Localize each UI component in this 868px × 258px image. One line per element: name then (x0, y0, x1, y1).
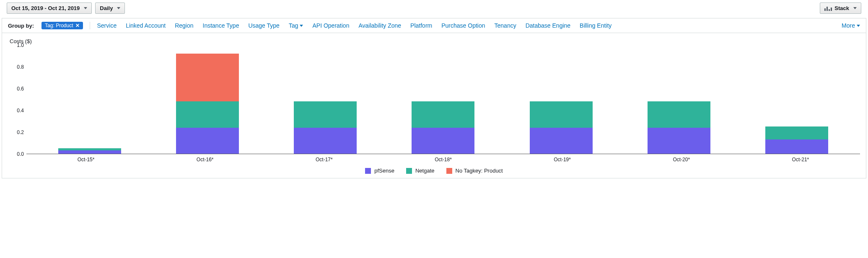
granularity-selector[interactable]: Daily (95, 3, 125, 14)
top-toolbar: Oct 15, 2019 - Oct 21, 2019 Daily Stack (2, 2, 866, 18)
dimension-label: Availability Zone (358, 22, 401, 29)
y-tick: 0.6 (17, 86, 24, 92)
bars-layer (26, 45, 860, 154)
caret-down-icon (117, 7, 120, 9)
dimension-label: Tag (289, 22, 298, 29)
stacked-bar[interactable] (530, 101, 593, 154)
plot-area (26, 45, 860, 154)
bar-segment-pfsense (412, 128, 474, 154)
x-tick: Oct-20* (622, 154, 741, 163)
dimension-platform[interactable]: Platform (410, 22, 432, 29)
x-tick: Oct-18* (383, 154, 503, 163)
bar-segment-netgate (765, 126, 828, 139)
bar-slot (384, 45, 502, 154)
x-tick: Oct-16* (145, 154, 264, 163)
bar-slot (620, 45, 738, 154)
dimension-linked-account[interactable]: Linked Account (126, 22, 166, 29)
dimension-service[interactable]: Service (97, 22, 117, 29)
bar-segment-pfsense (294, 128, 357, 154)
y-tick: 0.8 (17, 64, 24, 70)
group-by-bar: Group by: Tag: Product ✕ ServiceLinked A… (2, 18, 866, 33)
dimension-region[interactable]: Region (175, 22, 193, 29)
dimension-usage-type[interactable]: Usage Type (248, 22, 279, 29)
dimensions-list: ServiceLinked AccountRegionInstance Type… (97, 22, 611, 29)
legend-item-netgate[interactable]: Netgate (406, 168, 435, 174)
dimension-label: Usage Type (248, 22, 279, 29)
legend-swatch (446, 168, 452, 174)
x-tick: Oct-17* (264, 154, 383, 163)
dimension-purchase-option[interactable]: Purchase Option (441, 22, 485, 29)
dimension-availability-zone[interactable]: Availability Zone (358, 22, 401, 29)
dimension-label: Linked Account (126, 22, 166, 29)
dimension-label: Platform (410, 22, 432, 29)
bar-slot (148, 45, 266, 154)
dimension-label: Tenancy (495, 22, 516, 29)
dimension-label: Database Engine (526, 22, 570, 29)
caret-down-icon (84, 7, 87, 9)
stacked-bar[interactable] (412, 101, 474, 154)
legend-swatch (365, 168, 371, 174)
dimension-label: Instance Type (203, 22, 239, 29)
more-label: More (842, 22, 855, 29)
legend-item-pfsense[interactable]: pfSense (365, 168, 394, 174)
legend-label: Netgate (415, 168, 435, 174)
dimension-tag[interactable]: Tag (289, 22, 303, 29)
granularity-label: Daily (100, 5, 113, 11)
dimension-instance-type[interactable]: Instance Type (203, 22, 239, 29)
y-tick: 0.2 (17, 129, 24, 135)
date-range-label: Oct 15, 2019 - Oct 21, 2019 (11, 5, 80, 11)
bar-segment-netgate (648, 101, 710, 127)
x-tick: Oct-21* (741, 154, 860, 163)
bar-slot (502, 45, 620, 154)
remove-chip-icon[interactable]: ✕ (75, 23, 80, 28)
legend-swatch (406, 168, 412, 174)
dimension-label: Region (175, 22, 193, 29)
y-tick: 1.0 (17, 42, 24, 48)
bar-segment-netgate (294, 101, 357, 127)
y-axis-title: Costs ($) (10, 38, 860, 44)
y-axis: 0.00.20.40.60.81.0 (8, 45, 26, 154)
bar-segment-pfsense (648, 128, 710, 154)
dimension-label: Billing Entity (580, 22, 611, 29)
y-tick: 0.0 (17, 151, 24, 157)
stacked-bar[interactable] (294, 101, 357, 154)
x-tick: Oct-15* (26, 154, 145, 163)
stacked-bar[interactable] (58, 148, 121, 154)
date-range-selector[interactable]: Oct 15, 2019 - Oct 21, 2019 (7, 3, 92, 14)
legend: pfSenseNetgateNo Tagkey: Product (8, 168, 860, 174)
caret-down-icon (300, 25, 303, 27)
stacked-bar-icon (824, 6, 832, 11)
active-groupby-chip[interactable]: Tag: Product ✕ (41, 22, 83, 29)
bar-segment-pfsense (765, 139, 828, 154)
bar-slot (738, 45, 856, 154)
bar-segment-no-tagkey-product (176, 54, 239, 101)
dimension-api-operation[interactable]: API Operation (312, 22, 349, 29)
caret-down-icon (857, 25, 860, 27)
chart-panel: Costs ($) 0.00.20.40.60.81.0 Oct-15*Oct-… (2, 33, 866, 178)
chart-mode-selector[interactable]: Stack (820, 3, 861, 14)
legend-label: No Tagkey: Product (456, 168, 503, 174)
legend-item-no-tagkey-product[interactable]: No Tagkey: Product (446, 168, 503, 174)
bar-slot (31, 45, 148, 154)
stacked-bar[interactable] (176, 54, 239, 154)
bar-segment-netgate (176, 101, 239, 127)
stacked-bar[interactable] (648, 101, 710, 154)
y-tick: 0.4 (17, 108, 24, 114)
dimension-tenancy[interactable]: Tenancy (495, 22, 516, 29)
more-dropdown[interactable]: More (842, 22, 860, 29)
x-axis: Oct-15*Oct-16*Oct-17*Oct-18*Oct-19*Oct-2… (8, 154, 860, 163)
dimension-label: Service (97, 22, 117, 29)
chart-mode-label: Stack (834, 5, 849, 11)
bar-segment-pfsense (530, 128, 593, 154)
bar-segment-pfsense (58, 150, 121, 154)
caret-down-icon (853, 7, 857, 9)
stacked-bar[interactable] (765, 126, 828, 154)
bar-segment-netgate (412, 101, 474, 127)
group-by-label: Group by: (8, 23, 34, 29)
active-groupby-chip-text: Tag: Product (45, 23, 73, 28)
bar-segment-netgate (530, 101, 593, 127)
dimension-label: Purchase Option (441, 22, 485, 29)
dimension-billing-entity[interactable]: Billing Entity (580, 22, 611, 29)
legend-label: pfSense (374, 168, 394, 174)
dimension-database-engine[interactable]: Database Engine (526, 22, 570, 29)
